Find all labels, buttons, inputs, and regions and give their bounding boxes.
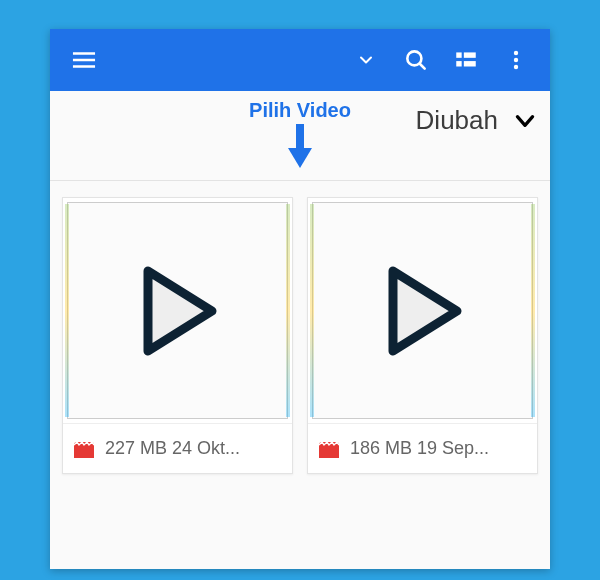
play-icon — [379, 261, 467, 361]
svg-point-5 — [514, 51, 518, 55]
play-icon — [134, 261, 222, 361]
view-toggle-icon[interactable] — [444, 38, 488, 82]
video-thumbnail[interactable] — [63, 198, 292, 423]
more-menu-icon[interactable] — [494, 38, 538, 82]
svg-rect-2 — [464, 52, 476, 57]
video-grid: 227 MB 24 Okt... 186 MB 19 Sep... — [50, 181, 550, 474]
svg-point-6 — [514, 58, 518, 62]
video-meta-text: 227 MB 24 Okt... — [105, 438, 282, 459]
chevron-down-icon — [512, 108, 538, 134]
app-bar — [50, 29, 550, 91]
svg-point-7 — [514, 65, 518, 69]
instruction-label: Pilih Video — [249, 99, 351, 122]
video-meta: 186 MB 19 Sep... — [308, 423, 537, 473]
instruction-row: Pilih Video Diubah — [50, 91, 550, 181]
video-thumbnail[interactable] — [308, 198, 537, 423]
dropdown-chevron-icon[interactable] — [344, 38, 388, 82]
video-meta-text: 186 MB 19 Sep... — [350, 438, 527, 459]
svg-rect-4 — [464, 61, 476, 66]
svg-rect-8 — [296, 124, 304, 150]
search-icon[interactable] — [394, 38, 438, 82]
video-meta: 227 MB 24 Okt... — [63, 423, 292, 473]
arrow-down-icon — [285, 124, 315, 172]
sort-label: Diubah — [416, 105, 498, 136]
video-card[interactable]: 227 MB 24 Okt... — [62, 197, 293, 474]
video-card[interactable]: 186 MB 19 Sep... — [307, 197, 538, 474]
sort-dropdown[interactable]: Diubah — [416, 105, 538, 136]
svg-rect-1 — [456, 52, 461, 57]
app-window: Pilih Video Diubah 227 MB — [50, 29, 550, 569]
svg-rect-3 — [456, 61, 461, 66]
film-icon — [318, 439, 340, 459]
film-icon — [73, 439, 95, 459]
hamburger-menu-icon[interactable] — [62, 38, 106, 82]
